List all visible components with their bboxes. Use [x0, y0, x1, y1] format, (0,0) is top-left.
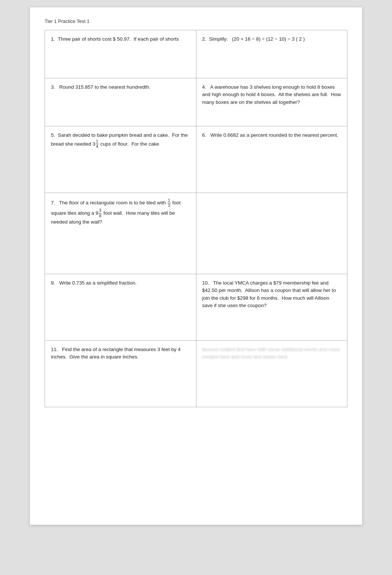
q1-text: 1. Three pair of shorts cost $ 50.97. If… [51, 36, 179, 42]
question-11: 11. Find the area of a rectangle that me… [45, 341, 196, 407]
question-2: 2. Simplify: (20 + 16 − 8) ÷ (12 − 10) −… [196, 30, 348, 78]
question-8 [196, 193, 348, 274]
q3-text: 3. Round 315.857 to the nearest hundredt… [51, 84, 150, 90]
q12-blurred-text: blurred content text here with some addi… [202, 347, 340, 360]
q5-text: 5. Sarah decided to bake pumpkin bread a… [51, 132, 188, 147]
q7-fraction2: 38 [99, 208, 102, 218]
page-title: Tier 1 Practice Test 1 [45, 18, 347, 24]
page: Tier 1 Practice Test 1 1. Three pair of … [30, 7, 362, 525]
question-grid: 1. Three pair of shorts cost $ 50.97. If… [45, 30, 347, 407]
q9-text: 9. Write 0.735 as a simplified fraction. [51, 280, 137, 286]
question-7: 7. The floor of a rectangular room is to… [45, 193, 196, 274]
q4-text: 4. A warehouse has 3 shelves long enough… [202, 84, 341, 105]
question-9: 9. Write 0.735 as a simplified fraction. [45, 274, 196, 341]
question-6: 6. Write 0.6682 as a percent rounded to … [196, 126, 348, 193]
q2-text: 2. Simplify: (20 + 16 − 8) ÷ (12 − 10) −… [202, 36, 305, 42]
q6-text: 6. Write 0.6682 as a percent rounded to … [202, 132, 338, 138]
question-5: 5. Sarah decided to bake pumpkin bread a… [45, 126, 196, 193]
question-10: 10. The local YMCA charges a $79 members… [196, 274, 348, 341]
q10-text: 10. The local YMCA charges a $79 members… [202, 280, 336, 308]
q11-text: 11. Find the area of a rectangle that me… [51, 347, 180, 360]
question-12: blurred content text here with some addi… [196, 341, 348, 407]
question-1: 1. Three pair of shorts cost $ 50.97. If… [45, 30, 196, 78]
q7-fraction1: 13 [168, 198, 171, 208]
q5-fraction: 14 [96, 139, 99, 149]
question-3: 3. Round 315.857 to the nearest hundredt… [45, 78, 196, 126]
q7-text: 7. The floor of a rectangular room is to… [51, 200, 180, 225]
question-4: 4. A warehouse has 3 shelves long enough… [196, 78, 348, 126]
